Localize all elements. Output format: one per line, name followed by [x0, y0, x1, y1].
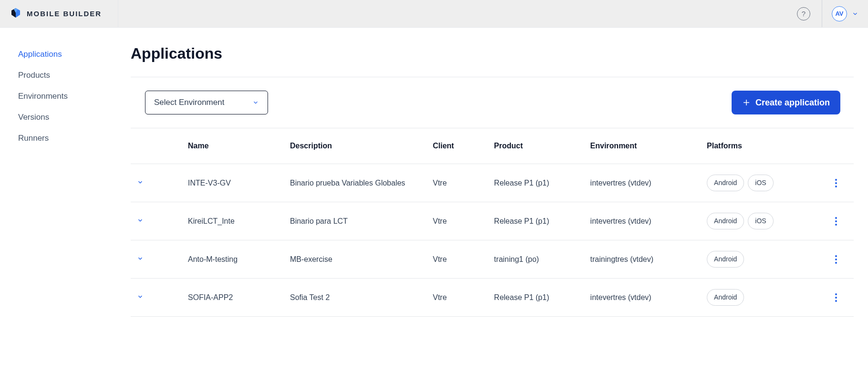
chevron-down-icon: [137, 255, 144, 262]
chevron-down-icon: [137, 217, 144, 224]
environment-select[interactable]: Select Environment: [145, 91, 268, 114]
row-actions-menu-button[interactable]: [830, 216, 842, 227]
cell-client: Vtre: [428, 279, 489, 317]
cell-description: Binario para LCT: [285, 202, 428, 240]
sidebar-item-environments[interactable]: Environments: [18, 86, 118, 107]
sidebar: ApplicationsProductsEnvironmentsVersions…: [0, 28, 118, 383]
avatar: AV: [832, 6, 847, 21]
th-description: Description: [285, 128, 428, 164]
header-actions: ? AV: [797, 0, 868, 27]
chevron-down-icon: [137, 293, 144, 300]
cell-name: INTE-V3-GV: [183, 164, 285, 202]
cell-client: Vtre: [428, 202, 489, 240]
platform-badge: Android: [707, 289, 744, 306]
sidebar-item-applications[interactable]: Applications: [18, 44, 118, 65]
cell-description: Sofia Test 2: [285, 279, 428, 317]
cell-product: Release P1 (p1): [489, 202, 586, 240]
table-row: INTE-V3-GVBinario prueba Variables Globa…: [131, 164, 854, 202]
platform-badge: Android: [707, 175, 744, 191]
th-platforms: Platforms: [702, 128, 819, 164]
platform-badge: Android: [707, 213, 744, 229]
brand-logo-icon: [10, 7, 21, 21]
toolbar: Select Environment Create application: [131, 77, 854, 128]
question-icon: ?: [802, 10, 806, 18]
cell-description: Binario prueba Variables Globales: [285, 164, 428, 202]
cell-platforms: Android: [702, 240, 819, 279]
cell-name: Anto-M-testing: [183, 240, 285, 279]
cell-product: Release P1 (p1): [489, 279, 586, 317]
create-application-button[interactable]: Create application: [732, 91, 840, 114]
cell-environment: intevertres (vtdev): [586, 279, 703, 317]
cell-environment: intevertres (vtdev): [586, 202, 703, 240]
cell-description: MB-exercise: [285, 240, 428, 279]
th-name: Name: [183, 128, 285, 164]
main-content: Applications Select Environment Create a…: [118, 28, 868, 383]
cell-platforms: AndroidiOS: [702, 202, 819, 240]
sidebar-item-versions[interactable]: Versions: [18, 107, 118, 128]
applications-table: Name Description Client Product Environm…: [131, 128, 854, 317]
cell-environment: trainingtres (vtdev): [586, 240, 703, 279]
create-button-label: Create application: [755, 98, 830, 108]
cell-platforms: AndroidiOS: [702, 164, 819, 202]
cell-platforms: Android: [702, 279, 819, 317]
expand-row-button[interactable]: [135, 177, 145, 187]
page-title: Applications: [131, 45, 854, 62]
help-button[interactable]: ?: [797, 7, 810, 21]
plus-icon: [742, 98, 751, 107]
platform-badge: iOS: [748, 175, 773, 191]
table-row: KireiLCT_InteBinario para LCTVtreRelease…: [131, 202, 854, 240]
brand-name: MOBILE BUILDER: [27, 10, 102, 18]
sidebar-item-products[interactable]: Products: [18, 65, 118, 86]
sidebar-item-runners[interactable]: Runners: [18, 128, 118, 149]
cell-environment: intevertres (vtdev): [586, 164, 703, 202]
row-actions-menu-button[interactable]: [830, 292, 842, 303]
table-header-row: Name Description Client Product Environm…: [131, 128, 854, 164]
cell-product: Release P1 (p1): [489, 164, 586, 202]
expand-row-button[interactable]: [135, 292, 145, 301]
th-client: Client: [428, 128, 489, 164]
cell-client: Vtre: [428, 240, 489, 279]
cell-name: SOFIA-APP2: [183, 279, 285, 317]
app-header: MOBILE BUILDER ? AV: [0, 0, 868, 28]
cell-client: Vtre: [428, 164, 489, 202]
chevron-down-icon: [252, 99, 259, 106]
environment-select-label: Select Environment: [154, 98, 224, 107]
chevron-down-icon: [852, 10, 858, 17]
avatar-initials: AV: [835, 10, 843, 17]
user-menu-button[interactable]: AV: [822, 6, 868, 21]
applications-card: Select Environment Create application: [131, 77, 854, 317]
chevron-down-icon: [137, 179, 144, 186]
row-actions-menu-button[interactable]: [830, 177, 842, 189]
expand-row-button[interactable]: [135, 254, 145, 263]
table-row: SOFIA-APP2Sofia Test 2VtreRelease P1 (p1…: [131, 279, 854, 317]
th-product: Product: [489, 128, 586, 164]
th-environment: Environment: [586, 128, 703, 164]
cell-product: training1 (po): [489, 240, 586, 279]
row-actions-menu-button[interactable]: [830, 254, 842, 265]
platform-badge: iOS: [748, 213, 773, 229]
brand: MOBILE BUILDER: [0, 0, 118, 27]
expand-row-button[interactable]: [135, 216, 145, 225]
table-row: Anto-M-testingMB-exerciseVtretraining1 (…: [131, 240, 854, 279]
cell-name: KireiLCT_Inte: [183, 202, 285, 240]
platform-badge: Android: [707, 251, 744, 268]
